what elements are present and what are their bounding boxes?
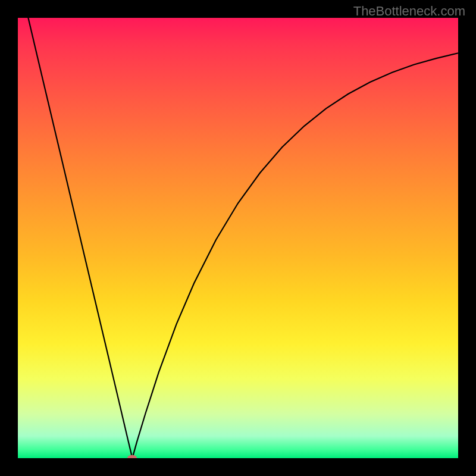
curve-svg bbox=[18, 18, 458, 458]
minimum-marker bbox=[127, 455, 137, 459]
chart-plot-area bbox=[18, 18, 458, 458]
watermark-text: TheBottleneck.com bbox=[353, 4, 465, 19]
bottleneck-curve-path bbox=[18, 18, 458, 458]
